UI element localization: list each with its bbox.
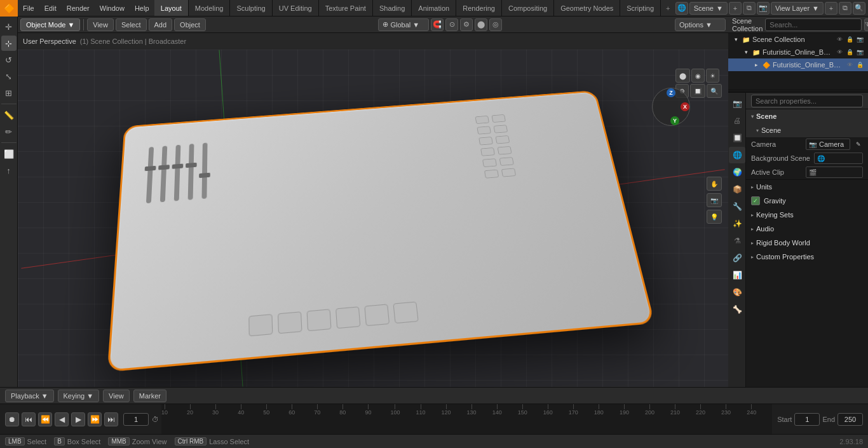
keying-sets-section[interactable]: ▸ Keying Sets	[746, 208, 868, 222]
tool-cursor[interactable]: ✛	[1, 19, 17, 34]
tree-expand-1[interactable]: ▾	[732, 36, 740, 43]
tool-move[interactable]: ⊹	[1, 36, 17, 51]
tree-expand-2[interactable]: ▾	[742, 49, 750, 55]
camera-value[interactable]: 📷 Camera	[806, 139, 850, 150]
tree-item-object[interactable]: ▸ 🔶 Futuristic_Online_Broadcas 👁 🔒	[728, 58, 868, 71]
audio-section[interactable]: ▸ Audio	[746, 222, 868, 236]
prop-tab-constraints[interactable]: 🔗	[729, 250, 745, 266]
viewport-gizmo[interactable]: X Y Z	[652, 88, 696, 132]
tool-rotate[interactable]: ↺	[1, 52, 17, 67]
snap-toggle[interactable]: 🧲	[431, 18, 444, 31]
prop-tab-data[interactable]: 📊	[729, 267, 745, 283]
tab-texture-paint[interactable]: Texture Paint	[319, 0, 373, 16]
tab-shading[interactable]: Shading	[373, 0, 412, 16]
transform-global-dropdown[interactable]: ⊕ Global ▼	[378, 18, 429, 31]
prop-tab-output[interactable]: 🖨	[729, 112, 745, 129]
tree-action-lock-3[interactable]: 🔒	[855, 60, 864, 69]
copy-view-layer-btn[interactable]: ⧉	[839, 2, 851, 15]
background-scene-value[interactable]: 🌐	[814, 153, 863, 164]
menu-edit[interactable]: Edit	[39, 0, 62, 16]
new-view-layer-btn[interactable]: +	[825, 2, 837, 15]
options-dropdown[interactable]: Options ▼	[675, 18, 726, 31]
tree-action-lock-1[interactable]: 🔒	[845, 35, 854, 44]
tree-action-lock-2[interactable]: 🔒	[845, 48, 854, 57]
tree-action-eye-2[interactable]: 👁	[835, 48, 844, 57]
play-reverse-btn[interactable]: ◀	[55, 412, 69, 426]
tab-compositing[interactable]: Compositing	[502, 0, 554, 16]
xray-toggle[interactable]: ◎	[489, 18, 502, 31]
overlay-toggle[interactable]: ⬤	[475, 18, 487, 31]
tab-scripting[interactable]: Scripting	[620, 0, 661, 16]
marker-btn[interactable]: Marker	[133, 390, 166, 402]
custom-properties-section[interactable]: ▸ Custom Properties	[746, 250, 868, 264]
vp-lamp-tool[interactable]: 💡	[707, 210, 722, 224]
viewport[interactable]: User Perspective (1) Scene Collection | …	[18, 33, 728, 387]
tool-scale[interactable]: ⤡	[1, 69, 17, 84]
fps-toggle[interactable]: ⏱	[149, 413, 161, 426]
outliner-search-input[interactable]	[765, 18, 862, 31]
outliner-filter-btn[interactable]: ⧩	[864, 18, 868, 31]
tab-geometry-nodes[interactable]: Geometry Nodes	[554, 0, 620, 16]
proportional-toggle[interactable]: ⊙	[445, 18, 458, 31]
frame-ruler[interactable]: 1020304050607080901001101201301401501601…	[161, 404, 772, 434]
tree-action-cam-1[interactable]: 📷	[855, 35, 864, 44]
prop-tab-material[interactable]: 🎨	[729, 284, 745, 301]
scene-subsection-header[interactable]: ▾ Scene	[746, 123, 868, 137]
tool-annotate[interactable]: ✏	[1, 124, 17, 139]
vp-camera-tool[interactable]: 📷	[707, 193, 722, 207]
tab-modeling[interactable]: Modeling	[189, 0, 231, 16]
scene-icon-btn[interactable]: 🌐	[675, 2, 688, 15]
prev-frame-btn[interactable]: ⏪	[38, 412, 52, 426]
copy-scene-btn[interactable]: ⧉	[743, 2, 756, 15]
add-menu-btn[interactable]: Add	[149, 18, 173, 31]
view-layer-selector[interactable]: View Layer ▼	[771, 2, 824, 15]
active-clip-value[interactable]: 🎬	[806, 166, 863, 178]
prop-tab-particles[interactable]: ✨	[729, 215, 745, 232]
start-frame-input[interactable]	[794, 413, 820, 426]
snapping-config[interactable]: ⚙	[460, 18, 473, 31]
prop-tab-object[interactable]: 📦	[729, 181, 745, 198]
gravity-checkbox[interactable]: ✓	[751, 196, 760, 205]
tab-rendering[interactable]: Rendering	[456, 0, 502, 16]
vp-hand-tool[interactable]: ✋	[707, 177, 722, 191]
prop-tab-world[interactable]: 🌍	[729, 164, 745, 180]
tab-sculpting[interactable]: Sculpting	[230, 0, 272, 16]
prop-tab-view-layer[interactable]: 🔲	[729, 130, 745, 146]
record-btn[interactable]: ⏺	[5, 412, 19, 426]
prop-tab-scene[interactable]: 🌐	[729, 147, 745, 163]
tree-item-scene-collection[interactable]: ▾ 📁 Scene Collection 👁 🔒 📷	[728, 33, 868, 46]
current-frame-input[interactable]	[123, 413, 149, 426]
skip-start-btn[interactable]: ⏮	[22, 412, 36, 426]
vp-overlay-3[interactable]: 🔍	[707, 84, 722, 98]
tree-expand-3[interactable]: ▸	[752, 62, 760, 68]
prop-tab-bone[interactable]: 🦴	[729, 301, 745, 318]
tool-measure[interactable]: 📏	[1, 107, 17, 123]
tab-uv-editing[interactable]: UV Editing	[273, 0, 319, 16]
units-section[interactable]: ▸ Units	[746, 180, 868, 194]
camera-eye-btn[interactable]: ✎	[854, 140, 863, 149]
vp-render-mode-material[interactable]: ◉	[691, 69, 705, 83]
prop-search-input[interactable]	[751, 95, 863, 107]
view-layer-icon-btn[interactable]: 📷	[757, 2, 770, 15]
prop-tab-render[interactable]: 📷	[729, 95, 745, 112]
tab-layout[interactable]: Layout	[154, 0, 189, 16]
tree-action-eye-1[interactable]: 👁	[835, 35, 844, 44]
object-menu-btn[interactable]: Object	[174, 18, 206, 31]
gizmo-x[interactable]: X	[681, 102, 689, 111]
gizmo-y[interactable]: Y	[670, 116, 679, 125]
prop-tab-modifiers[interactable]: 🔧	[729, 198, 745, 215]
playback-btn[interactable]: Playback ▼	[5, 390, 54, 402]
skip-end-btn[interactable]: ⏭	[104, 412, 118, 426]
vp-render-mode-solid[interactable]: ⬤	[675, 69, 690, 83]
keying-btn[interactable]: Keying ▼	[58, 390, 100, 402]
menu-file[interactable]: File	[18, 0, 39, 16]
menu-render[interactable]: Render	[62, 0, 95, 16]
search-btn[interactable]: 🔍	[853, 2, 865, 15]
tree-action-eye-3[interactable]: 👁	[845, 60, 854, 69]
menu-window[interactable]: Window	[95, 0, 130, 16]
tool-transform[interactable]: ⊞	[1, 85, 17, 100]
object-mode-btn[interactable]: Object Mode ▼	[20, 18, 80, 31]
view-menu-btn[interactable]: View	[87, 18, 114, 31]
tree-action-cam-2[interactable]: 📷	[855, 48, 864, 57]
tool-extrude[interactable]: ↑	[1, 163, 17, 178]
